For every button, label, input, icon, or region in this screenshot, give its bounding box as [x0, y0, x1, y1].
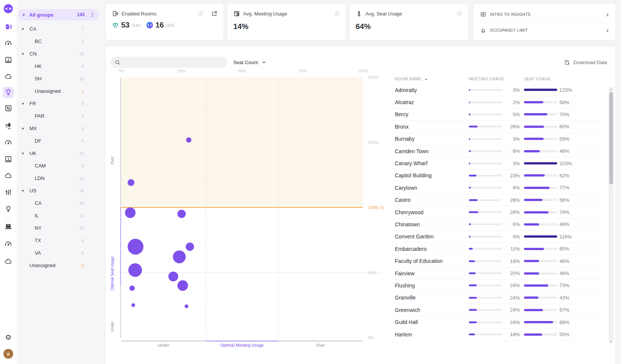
room-bubble[interactable] [186, 243, 194, 251]
sidebar-group-unassigned[interactable]: Unassigned6 [17, 259, 104, 272]
occupancy-limit-link[interactable]: OCCUPANCY LIMIT › [480, 22, 609, 38]
caret-down-icon[interactable]: ▾ [22, 126, 29, 131]
sidebar-group-unassigned[interactable]: Unassigned1 [17, 85, 104, 97]
all-groups-selector[interactable]: ▾ All groups 143 ⋮ [18, 9, 99, 20]
table-row[interactable]: Guild Hall24%88% [391, 316, 602, 328]
dashboard-gauge-icon[interactable] [3, 38, 14, 49]
table-row[interactable]: Burnaby3%59% [391, 133, 602, 145]
sidebar-group-df[interactable]: DF5 [17, 135, 104, 147]
seat-count-dropdown[interactable]: Seat Count [230, 57, 269, 68]
control-panel-icon[interactable] [3, 103, 14, 114]
sidebar-group-tx[interactable]: TX8 [17, 234, 104, 247]
room-bubble[interactable] [177, 280, 188, 291]
sidebar-group-hk[interactable]: HK6 [17, 60, 104, 72]
room-bubble[interactable] [168, 272, 178, 281]
scrollbar-thumb[interactable] [609, 92, 613, 184]
room-bubble[interactable] [128, 179, 134, 186]
dashboard-gauge-icon[interactable] [3, 238, 14, 250]
cloud-icon[interactable] [3, 71, 14, 82]
sidebar-group-us[interactable]: ▾US74 [17, 184, 104, 197]
equalizer-icon[interactable] [3, 187, 14, 198]
download-data-button[interactable]: Download Data [564, 57, 607, 68]
settings-gear-icon[interactable]: ⚙ [3, 332, 14, 343]
table-row[interactable]: Chinatown6%46% [391, 218, 602, 230]
sidebar-group-par[interactable]: PAR9 [17, 110, 104, 122]
table-row[interactable]: Granville24%43% [391, 292, 602, 304]
table-row[interactable]: Cherrywood28%74% [391, 206, 602, 218]
room-bubble[interactable] [128, 263, 142, 277]
table-row[interactable]: Bercy5%70% [391, 109, 602, 121]
sidebar-group-uk[interactable]: ▾UK21 [17, 147, 104, 160]
table-row[interactable]: Convent Garden5%116% [391, 231, 602, 243]
insights-bulb-icon[interactable] [3, 203, 14, 215]
col-meeting-usage[interactable]: MEETING USAGE [469, 77, 504, 81]
caret-down-icon[interactable]: ▾ [22, 101, 29, 106]
table-row[interactable]: Faculty of Education18%46% [391, 255, 602, 267]
caret-down-icon[interactable]: ▾ [22, 189, 29, 193]
alert-box-icon[interactable] [3, 154, 14, 165]
sidebar-group-bc[interactable]: BC7 [17, 35, 104, 48]
caret-down-icon[interactable]: ▾ [22, 27, 29, 31]
table-row[interactable]: Admiralty3%123% [391, 84, 602, 96]
brand-logo-icon[interactable] [3, 3, 14, 14]
room-bubble[interactable] [131, 303, 135, 307]
presenter-mic-icon[interactable] [3, 120, 14, 132]
cloud-icon[interactable] [3, 256, 14, 267]
room-bubble[interactable] [173, 250, 186, 263]
insights-bulb-icon[interactable] [3, 87, 14, 98]
room-bubble[interactable] [185, 304, 188, 308]
table-row[interactable]: Carytown6%77% [391, 182, 602, 194]
caret-down-icon[interactable]: ▾ [22, 52, 29, 56]
dashboard-gauge-icon[interactable] [3, 137, 14, 148]
search-input[interactable] [123, 60, 223, 65]
table-row[interactable]: Castro26%56% [391, 194, 602, 206]
room-device-icon[interactable] [3, 21, 14, 32]
sidebar-group-ca[interactable]: CA30 [17, 197, 104, 209]
table-row[interactable]: Alcatraz2%58% [391, 96, 602, 108]
sidebar-group-cam[interactable]: CAM8 [17, 160, 104, 172]
table-scrollbar[interactable]: ▲ ▼ [609, 87, 613, 344]
room-search[interactable] [110, 57, 227, 68]
sidebar-group-va[interactable]: VA6 [17, 247, 104, 259]
laptop-icon[interactable] [3, 221, 14, 232]
room-bubble[interactable] [128, 239, 143, 255]
caret-down-icon[interactable]: ▾ [22, 151, 29, 155]
cloud-icon[interactable] [3, 170, 14, 181]
scroll-up-arrow[interactable]: ▲ [609, 88, 613, 91]
sort-asc-icon[interactable]: ▲ [424, 77, 427, 81]
col-seat-usage[interactable]: SEAT USAGE [524, 77, 551, 81]
table-row[interactable]: Canary Wharf3%103% [391, 157, 602, 169]
table-row[interactable]: Bronx26%60% [391, 121, 602, 133]
external-link-icon[interactable] [211, 11, 217, 17]
table-row[interactable]: Fairview20%46% [391, 267, 602, 280]
room-bubble[interactable] [186, 137, 191, 143]
meeting-usage-value: 3% [504, 161, 520, 166]
info-icon[interactable] [198, 11, 203, 16]
table-row[interactable]: Capitol Building23%62% [391, 170, 602, 182]
sidebar-group-ldn[interactable]: LDN13 [17, 172, 104, 184]
col-room-name[interactable]: ROOM NAME [395, 77, 421, 81]
sidebar-group-il[interactable]: IL11 [17, 209, 104, 222]
info-icon[interactable] [457, 11, 462, 16]
room-bubble[interactable] [129, 286, 135, 291]
scroll-down-arrow[interactable]: ▼ [609, 340, 613, 343]
sidebar-group-sh[interactable]: SH11 [17, 72, 104, 85]
table-row[interactable]: Greenwich24%57% [391, 304, 602, 316]
alert-box-icon[interactable] [3, 54, 14, 66]
sidebar-group-fr[interactable]: ▾FR9 [17, 97, 104, 110]
table-row[interactable]: Flushing24%73% [391, 280, 602, 292]
group-menu-button[interactable]: ⋮ [90, 12, 95, 18]
user-avatar[interactable]: a [3, 348, 14, 359]
info-icon[interactable] [334, 11, 340, 16]
sidebar-group-mx[interactable]: ▾MX5 [17, 122, 104, 135]
room-bubble[interactable] [177, 210, 186, 218]
intro-to-insights-link[interactable]: INTRO TO INSIGHTS › [480, 6, 609, 22]
table-row[interactable]: Camden Town6%48% [391, 145, 602, 157]
room-bubble[interactable] [125, 207, 136, 218]
info-icon[interactable] [380, 206, 384, 210]
table-row[interactable]: Harlem18%55% [391, 329, 602, 341]
sidebar-group-ca[interactable]: ▾CA7 [17, 23, 104, 35]
table-row[interactable]: Embarcadero11%60% [391, 243, 602, 255]
sidebar-group-cn[interactable]: ▾CN18 [17, 48, 104, 60]
sidebar-group-ny[interactable]: NY19 [17, 222, 104, 234]
